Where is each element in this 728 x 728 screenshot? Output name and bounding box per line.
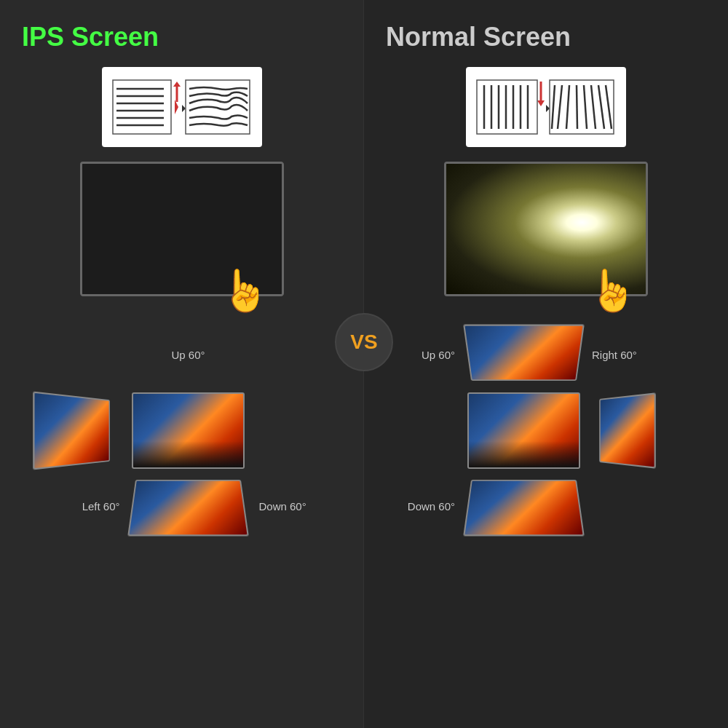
normal-label-down-left: Down 60° bbox=[393, 473, 459, 539]
ips-monitor-area: ☝ bbox=[80, 162, 284, 307]
vs-text: VS bbox=[350, 331, 377, 354]
normal-panel: Normal Screen bbox=[364, 0, 728, 728]
normal-monitor-area: ☝ bbox=[444, 162, 648, 307]
svg-marker-8 bbox=[173, 82, 181, 87]
svg-line-27 bbox=[591, 85, 596, 129]
svg-line-29 bbox=[606, 85, 612, 129]
ips-screen-bottom bbox=[127, 473, 250, 539]
main-container: IPS Screen bbox=[0, 0, 728, 728]
normal-screen-right bbox=[588, 390, 661, 470]
ips-label-down: Down 60° bbox=[253, 473, 319, 539]
ips-angle-grid: Up 60° Left 60° Down 60° bbox=[29, 322, 335, 526]
normal-screen-center bbox=[462, 390, 585, 470]
ips-diagram bbox=[102, 67, 262, 147]
svg-line-22 bbox=[552, 85, 555, 129]
normal-title: Normal Screen bbox=[386, 22, 571, 52]
normal-angle-grid: Up 60° Right 60° Down 60° bbox=[393, 322, 699, 526]
ips-panel: IPS Screen bbox=[0, 0, 364, 728]
normal-screen-top bbox=[462, 322, 585, 387]
ips-angle-section: Up 60° Left 60° Down 60° bbox=[22, 322, 341, 526]
normal-diagram bbox=[466, 67, 626, 147]
svg-line-28 bbox=[598, 85, 604, 129]
ips-screen-left bbox=[29, 390, 124, 470]
svg-line-25 bbox=[577, 85, 577, 129]
normal-label-up-left: Up 60° bbox=[393, 322, 459, 387]
ips-label-left: Left 60° bbox=[29, 473, 124, 539]
svg-line-24 bbox=[566, 85, 569, 129]
normal-screen-bottom bbox=[462, 473, 585, 539]
normal-angle-section: Up 60° Right 60° Down 60° bbox=[386, 322, 706, 526]
ips-label-up: Up 60° bbox=[127, 322, 250, 387]
svg-marker-20 bbox=[537, 100, 545, 106]
ips-title: IPS Screen bbox=[22, 22, 159, 52]
normal-label-right: Right 60° bbox=[588, 322, 661, 387]
svg-line-26 bbox=[584, 85, 587, 129]
ips-screen-center bbox=[127, 390, 250, 470]
vs-badge: VS bbox=[335, 313, 393, 371]
svg-line-23 bbox=[558, 85, 562, 129]
